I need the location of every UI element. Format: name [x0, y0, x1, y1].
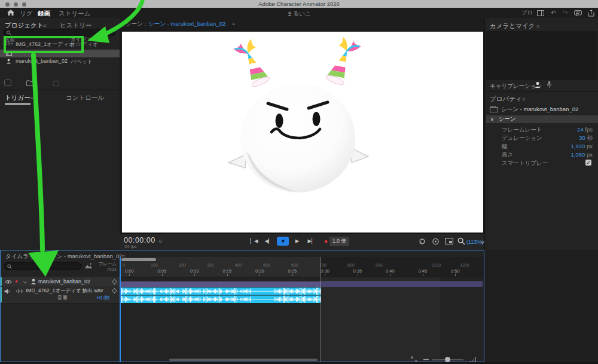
redo-icon[interactable]: ↷	[563, 9, 568, 16]
pro-mode-button[interactable]: プロ	[521, 9, 532, 17]
tab-triggers[interactable]: トリガー	[5, 94, 30, 105]
project-search-input[interactable]	[3, 29, 115, 36]
previous-frame-button[interactable]: ◀▏	[263, 237, 274, 246]
eye-icon[interactable]	[5, 280, 12, 284]
workspace-icon[interactable]	[537, 10, 544, 16]
track-color-strip	[1, 277, 2, 286]
ruler-frame-label: 800	[347, 263, 355, 267]
camera-mic-panel-title: カメラとマイク	[490, 22, 535, 30]
new-folder-icon[interactable]	[26, 79, 35, 86]
scene-item-icon	[490, 106, 498, 112]
track-target-icon[interactable]	[112, 279, 117, 285]
project-item-puppet[interactable]: marukovt_banban_02パペット	[0, 57, 120, 65]
feedback-icon[interactable]	[574, 10, 582, 17]
go-to-start-button[interactable]: ▏◀	[248, 237, 260, 246]
project-item-scene[interactable]	[0, 50, 120, 57]
mss-display-label[interactable]: m:ss	[90, 267, 117, 272]
zoom-magnifier-icon[interactable]	[457, 237, 465, 245]
ruler-time-label: 0:30	[321, 268, 329, 274]
properties-panel: プロパティ ≡ シーン - marukovt_banban_02 ∨ シーン フ…	[485, 91, 598, 250]
play-button[interactable]: ▶	[291, 237, 303, 246]
ruler-frame-label: 1100	[432, 263, 441, 267]
share-icon[interactable]	[588, 10, 594, 17]
left-party-hat	[227, 32, 286, 94]
properties-menu-icon[interactable]: ≡	[522, 96, 525, 102]
ruler-time-label: 0:10	[190, 268, 199, 274]
live-output-icon[interactable]	[432, 238, 440, 245]
ruler-time-label: 0:40	[386, 268, 395, 274]
properties-panel-title: プロパティ	[490, 95, 522, 103]
triggers-panel: トリガー ≡ コントロール	[0, 90, 120, 250]
camera-track-icon[interactable]	[534, 81, 541, 88]
right-party-hat	[310, 32, 368, 92]
loop-icon[interactable]	[419, 238, 426, 245]
property-value[interactable]: 24 fps	[577, 126, 593, 133]
timeline-search-input[interactable]	[4, 262, 81, 270]
ruler-time-label: 0:20	[255, 268, 264, 274]
timeline-panel-title: タイムライン : シーン - marukovt_banban_02	[5, 253, 123, 261]
app-header: リグ 録画 ストリーム まるいこ プロ ↶ ↷	[0, 8, 598, 19]
audio-clip-waveform[interactable]	[120, 287, 484, 303]
property-value[interactable]: 1,920 px	[571, 143, 593, 149]
section-chevron-icon: ∨	[490, 117, 494, 122]
ruler-frame-label: 600	[291, 263, 298, 267]
project-item-audio-waveform[interactable]: IMG_4762_1オーディオ ...オーディオ	[0, 40, 120, 48]
puppet-track-name[interactable]: marukovt_banban_02	[38, 279, 90, 285]
timeline-zoom-slider-knob[interactable]	[445, 357, 450, 362]
puppet-icon	[30, 279, 36, 285]
scene-canvas[interactable]	[122, 32, 483, 233]
search-icon	[7, 30, 11, 35]
property-label: 高さ	[502, 151, 513, 159]
timeline-hscrollbar[interactable]	[169, 359, 318, 361]
tab-controls[interactable]: コントロール	[66, 94, 104, 102]
undo-icon[interactable]: ↶	[551, 9, 556, 16]
tab-stream[interactable]: ストリーム	[59, 10, 90, 18]
puppet-track-header[interactable]: ● marukovt_banban_02	[1, 277, 120, 287]
property-value[interactable]: 1,080 px	[571, 151, 593, 158]
project-panel: プロジェクト ≡ ヒストリー 名前 タイプ ↑ IMG_4762_1オーディオ …	[0, 18, 120, 250]
scene-panel-menu-icon[interactable]: ≡	[232, 21, 235, 27]
tab-rig[interactable]: リグ	[20, 10, 33, 18]
playback-fps: 24 fps	[124, 244, 136, 249]
playhead[interactable]	[120, 257, 121, 364]
tab-record[interactable]: 録画	[38, 10, 50, 18]
right-panel-stack: カメラとマイク ≡ キャリブレーション プロパティ ≡ シーン - maruko…	[484, 18, 598, 250]
left-fin	[228, 154, 246, 168]
audio-track-name[interactable]: IMG_4762_1オーディオ 抽出.wav	[26, 287, 103, 295]
scene-end-line	[321, 257, 321, 364]
camera-mic-menu-icon[interactable]: ≡	[536, 23, 539, 29]
ruler-frame-label: 900	[376, 263, 383, 267]
next-frame-button[interactable]: ▶▏	[306, 237, 318, 246]
timecode[interactable]: 00:00:00	[124, 236, 155, 244]
delete-item-icon[interactable]	[53, 79, 59, 86]
audio-track-header[interactable]: IMG_4762_1オーディオ 抽出.wav 音量 +0 dB	[1, 286, 120, 304]
new-item-icon[interactable]	[4, 79, 11, 86]
puppet-character	[122, 32, 483, 233]
ruler-frame-label: 500	[263, 263, 270, 267]
volume-value[interactable]: +0 dB	[96, 295, 109, 301]
project-panel-menu-icon[interactable]: ≡	[43, 23, 46, 29]
arm-record-icon[interactable]: ●	[15, 279, 18, 284]
microphone-icon[interactable]	[547, 81, 552, 88]
stop-button[interactable]: ■	[277, 237, 289, 246]
timeline-ruler[interactable]: 0100200300400500600700800900110012000:00…	[120, 257, 484, 277]
home-icon[interactable]	[7, 10, 14, 16]
ruler-frame-label: 300	[207, 263, 214, 267]
smart-replay-checkbox[interactable]: ✓	[585, 160, 591, 166]
puppet-track-bar[interactable]	[120, 282, 483, 287]
speaker-icon[interactable]	[4, 289, 11, 294]
window-title: Adobe Character Animator 2026	[0, 1, 598, 7]
picture-in-picture-icon[interactable]	[445, 238, 453, 244]
triggers-panel-menu-icon[interactable]: ≡	[30, 95, 33, 101]
ruler-frame-label: 1200	[460, 263, 469, 267]
property-label: デュレーション	[502, 134, 542, 142]
scene-section-header[interactable]: ∨ シーン	[486, 115, 598, 123]
chevron-down-icon[interactable]	[23, 281, 27, 283]
property-value[interactable]: 30 秒	[579, 134, 593, 142]
ruler-time-label: 0:35	[353, 268, 362, 274]
ruler-time-label: 0:45	[419, 268, 428, 274]
scene-tab[interactable]: シーン - marukovt_banban_02	[148, 20, 225, 28]
track-target-icon[interactable]	[112, 288, 117, 293]
playback-speed[interactable]: 1.0 倍	[329, 237, 349, 246]
property-row-2: 幅1,920 px	[485, 143, 598, 151]
